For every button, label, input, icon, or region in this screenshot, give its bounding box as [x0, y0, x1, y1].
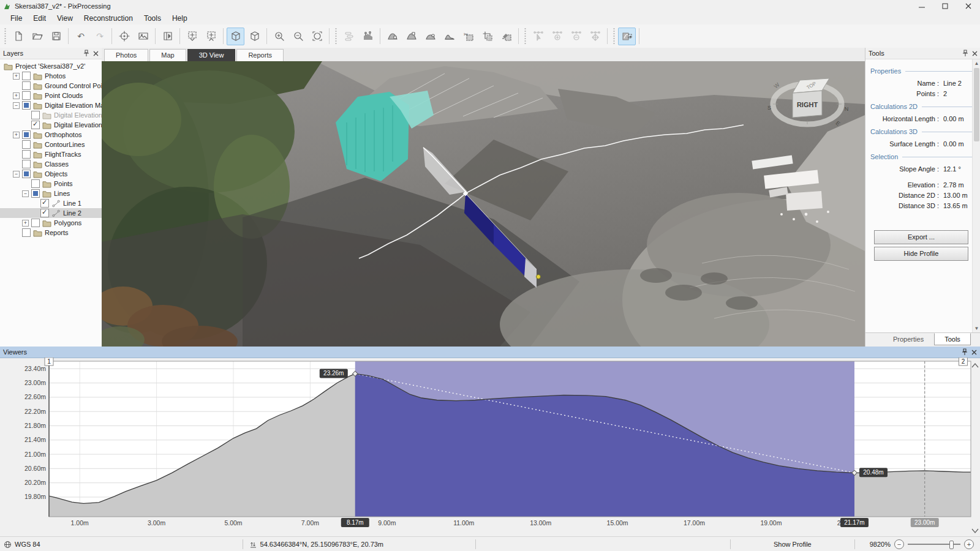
visibility-checkbox[interactable] — [22, 91, 31, 100]
panel-tab-tools[interactable]: Tools — [934, 333, 971, 345]
pin-icon[interactable] — [961, 348, 968, 356]
menu-view[interactable]: View — [51, 13, 78, 24]
layer-item-ground-control-points[interactable]: Ground Control Points — [0, 81, 102, 91]
layer-item-reports[interactable]: Reports — [0, 228, 102, 238]
layer-item-contourlines[interactable]: ContourLines — [0, 140, 102, 149]
expander-icon[interactable]: − — [13, 102, 20, 109]
visibility-checkbox[interactable] — [31, 111, 40, 119]
visibility-checkbox[interactable] — [31, 179, 40, 188]
menu-help[interactable]: Help — [167, 13, 193, 24]
maximize-button[interactable] — [933, 0, 957, 12]
visibility-checkbox[interactable] — [22, 140, 31, 149]
tab-map[interactable]: Map — [149, 49, 186, 61]
pin-icon[interactable] — [83, 50, 89, 57]
save-project-button[interactable] — [47, 28, 65, 45]
menu-file[interactable]: File — [5, 13, 28, 24]
expander-icon[interactable]: + — [13, 132, 20, 138]
surface-raise-button[interactable] — [383, 28, 401, 45]
open-project-button[interactable] — [28, 28, 46, 45]
layer-item-line-1[interactable]: Line 1 — [0, 198, 102, 208]
visibility-checkbox[interactable] — [22, 150, 31, 159]
select-vertices-button[interactable] — [529, 28, 547, 45]
scroll-down-icon[interactable]: ▼ — [973, 324, 980, 332]
densify-down-button[interactable] — [183, 28, 201, 45]
tab-3d-view[interactable]: 3D View — [187, 49, 236, 61]
scroll-up-icon[interactable]: ▲ — [973, 59, 980, 67]
toolbar-drag-handle[interactable] — [3, 28, 7, 44]
layer-item-digital-elevation-map-2[interactable]: Digital Elevation Map 2 — [0, 120, 102, 130]
layer-list-button[interactable] — [340, 28, 358, 45]
surface-flatten-button[interactable] — [421, 28, 439, 45]
layer-item-line-2[interactable]: Line 2 — [0, 208, 102, 218]
visibility-checkbox[interactable] — [22, 160, 31, 168]
scrollbar-thumb[interactable] — [974, 68, 979, 141]
close-panel-icon[interactable] — [93, 51, 99, 56]
tab-photos[interactable]: Photos — [104, 49, 148, 61]
visibility-checkbox[interactable] — [31, 121, 40, 129]
visibility-checkbox[interactable] — [22, 130, 31, 139]
toolbar-drag-handle[interactable] — [612, 28, 616, 44]
zoom-extents-button[interactable] — [308, 28, 326, 45]
show-profile-button[interactable]: Show Profile — [737, 541, 848, 548]
layer-item-orthophotos[interactable]: +Orthophotos — [0, 130, 102, 140]
layer-item-point-clouds[interactable]: +Point Clouds — [0, 91, 102, 100]
menu-tools[interactable]: Tools — [138, 13, 167, 24]
surface-smooth-button[interactable] — [440, 28, 458, 45]
pin-icon[interactable] — [962, 50, 968, 57]
densify-up-button[interactable] — [202, 28, 220, 45]
close-panel-icon[interactable] — [971, 350, 977, 355]
expander-icon[interactable]: + — [22, 220, 29, 227]
visibility-checkbox[interactable] — [22, 81, 31, 90]
chart-scroll-down-icon[interactable] — [972, 529, 978, 533]
visibility-checkbox[interactable] — [22, 72, 31, 80]
layer-item-polygons[interactable]: +Polygons — [0, 218, 102, 228]
tools-scrollbar[interactable]: ▲ ▼ — [972, 59, 980, 332]
profile-tool-button[interactable] — [618, 28, 636, 45]
layer-item-digital-elevation-map-1[interactable]: Digital Elevation Map 1 — [0, 110, 102, 120]
layer-item-lines[interactable]: −Lines — [0, 189, 102, 198]
zoom-slider-thumb[interactable] — [949, 541, 954, 549]
visibility-checkbox[interactable] — [22, 170, 31, 178]
visibility-checkbox[interactable] — [40, 199, 49, 208]
visibility-checkbox[interactable] — [22, 101, 31, 110]
profile-end-marker[interactable] — [537, 275, 541, 279]
elevation-profile-button[interactable] — [359, 28, 377, 45]
surface-lower-button[interactable] — [402, 28, 420, 45]
chart-scroll-up-icon[interactable] — [972, 364, 978, 367]
panel-tab-properties[interactable]: Properties — [883, 333, 934, 345]
layer-item-points[interactable]: Points — [0, 179, 102, 189]
expander-icon[interactable]: − — [22, 190, 29, 197]
layer-item-flighttracks[interactable]: FlightTracks — [0, 149, 102, 159]
visibility-checkbox[interactable] — [40, 209, 49, 217]
visibility-checkbox[interactable] — [22, 228, 31, 237]
visibility-checkbox[interactable] — [31, 189, 40, 198]
zoom-in-button[interactable]: + — [964, 539, 974, 549]
layer-item-classes[interactable]: Classes — [0, 159, 102, 169]
new-file-button[interactable] — [9, 28, 27, 45]
elevation-profile-chart[interactable]: 19.80m20.20m20.60m21.00m21.40m21.80m22.2… — [0, 358, 980, 536]
move-vertex-button[interactable] — [586, 28, 604, 45]
zoom-out-button[interactable]: − — [894, 539, 904, 549]
layer-item-objects[interactable]: −Objects — [0, 169, 102, 179]
expander-icon[interactable]: + — [13, 92, 20, 99]
images-button[interactable] — [134, 28, 152, 45]
show-panel-button[interactable] — [159, 28, 176, 45]
cut-region-button[interactable]: ✂ — [459, 28, 477, 45]
minimize-button[interactable] — [910, 0, 933, 12]
zoom-slider[interactable] — [908, 544, 960, 545]
menu-reconstruction[interactable]: Reconstruction — [78, 13, 138, 24]
view-3d-button[interactable] — [227, 28, 244, 45]
crop-region-button[interactable] — [478, 28, 496, 45]
layer-item-project-skersai387-v2-[interactable]: Project 'Skersai387_v2' — [0, 61, 102, 71]
toolbar-drag-handle[interactable] — [334, 28, 337, 44]
fill-region-button[interactable] — [497, 28, 515, 45]
remove-vertex-button[interactable] — [567, 28, 585, 45]
redo-button[interactable]: ↷ — [91, 28, 108, 45]
view-3d-wireframe-button[interactable] — [246, 28, 263, 45]
export-button[interactable]: Export ... — [874, 230, 968, 244]
zoom-out-button[interactable] — [289, 28, 307, 45]
tab-reports[interactable]: Reports — [236, 49, 284, 61]
expander-icon[interactable]: − — [13, 171, 20, 178]
recenter-button[interactable] — [115, 28, 133, 45]
undo-button[interactable]: ↶ — [72, 28, 89, 45]
